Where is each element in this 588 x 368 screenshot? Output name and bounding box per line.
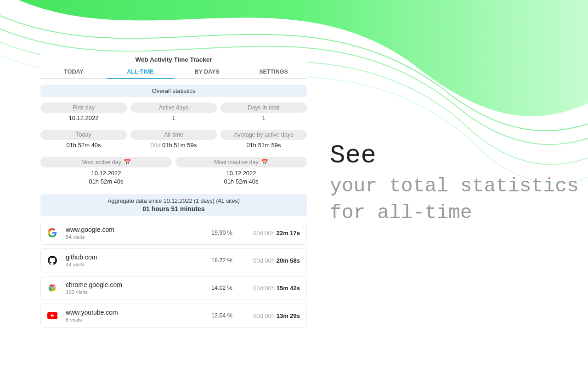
site-list: www.google.com 54 visits 19.90 % 00d 00h…: [40, 221, 307, 328]
active-days-value: 1: [130, 115, 217, 121]
site-domain: www.youtube.com: [66, 309, 206, 316]
today-value: 01h 52m 40s: [40, 142, 127, 149]
aggregate-summary: Aggregate data since 10.12.2022 (1 days)…: [40, 194, 307, 216]
alltime-value: 00d 01h 51m 59s: [130, 142, 217, 149]
site-time: 00d 00h 20m 58s: [238, 257, 300, 264]
svg-point-4: [51, 288, 53, 289]
site-percent: 12.04 %: [206, 312, 238, 319]
aggregate-total-time: 01 hours 51 minutes: [40, 205, 307, 213]
github-icon: [47, 255, 57, 265]
site-visits: 54 visits: [66, 234, 206, 240]
site-row[interactable]: chrome.google.com 120 visits 14.02 % 00d…: [40, 276, 307, 300]
site-row[interactable]: github.com 44 visits 18.72 % 00d 00h 20m…: [40, 248, 307, 272]
site-visits: 44 visits: [66, 262, 206, 267]
calendar-icon: 📅: [261, 159, 268, 166]
aggregate-line1: Aggregate data since 10.12.2022 (1 days)…: [40, 198, 307, 204]
stats-row-2-labels: Today All-time Average by active days: [40, 130, 307, 140]
alltime-label: All-time: [130, 130, 217, 140]
site-time: 00d 00h 15m 42s: [238, 285, 300, 292]
site-time: 00d 00h 13m 29s: [238, 312, 300, 319]
days-total-value: 1: [220, 115, 307, 121]
first-day-value: 10.12.2022: [40, 115, 127, 121]
most-inactive-value: 10.12.2022 01h 52m 40s: [175, 169, 307, 186]
calendar-icon: 📅: [124, 159, 131, 166]
stats-row-2-values: 01h 52m 40s 00d 01h 51m 59s 01h 51m 59s: [40, 142, 307, 149]
site-domain: www.google.com: [66, 226, 206, 233]
stats-row-3-labels: Most active day 📅 Most inactive day 📅: [40, 157, 307, 167]
site-time: 00d 00h 22m 17s: [238, 230, 300, 236]
headline-big: See: [330, 143, 588, 168]
site-percent: 14.02 %: [206, 285, 238, 291]
active-days-label: Active days: [130, 103, 217, 113]
google-icon: [47, 228, 57, 238]
most-active-value: 10.12.2022 01h 52m 40s: [40, 169, 172, 186]
chrome-icon: [47, 283, 57, 293]
site-row[interactable]: www.google.com 54 visits 19.90 % 00d 00h…: [40, 221, 307, 245]
most-active-label: Most active day 📅: [40, 157, 172, 167]
overall-stats-header: Overall statistics: [40, 85, 307, 97]
most-inactive-label: Most inactive day 📅: [175, 157, 307, 167]
tab-settings[interactable]: SETTINGS: [240, 66, 307, 79]
stats-row-1-labels: First day Active days Days in total: [40, 103, 307, 113]
today-label: Today: [40, 130, 127, 140]
tracker-panel: Web Activity Time Tracker TODAY ALL-TIME…: [40, 52, 307, 331]
youtube-icon: [47, 310, 57, 321]
tabs-bar: TODAY ALL-TIME BY DAYS SETTINGS: [40, 66, 307, 79]
stats-row-1-values: 10.12.2022 1 1: [40, 115, 307, 121]
site-percent: 18.72 %: [206, 257, 238, 264]
site-percent: 19.90 %: [206, 230, 238, 236]
tab-today[interactable]: TODAY: [40, 66, 107, 79]
tab-alltime[interactable]: ALL-TIME: [107, 66, 174, 79]
site-visits: 120 visits: [66, 289, 206, 295]
days-total-label: Days in total: [220, 103, 307, 113]
site-visits: 6 visits: [66, 317, 206, 322]
avg-value: 01h 51m 59s: [220, 142, 307, 149]
site-domain: chrome.google.com: [66, 281, 206, 288]
site-row[interactable]: www.youtube.com 6 visits 12.04 % 00d 00h…: [40, 304, 307, 328]
first-day-label: First day: [40, 103, 127, 113]
tab-bydays[interactable]: BY DAYS: [174, 66, 240, 79]
headline-rest: your total statistics for all-time: [330, 173, 588, 226]
avg-label: Average by active days: [220, 130, 307, 140]
marketing-headline: See your total statistics for all-time: [330, 143, 588, 226]
site-domain: github.com: [66, 253, 206, 261]
stats-row-3-values: 10.12.2022 01h 52m 40s 10.12.2022 01h 52…: [40, 169, 307, 186]
app-title: Web Activity Time Tracker: [40, 52, 307, 66]
